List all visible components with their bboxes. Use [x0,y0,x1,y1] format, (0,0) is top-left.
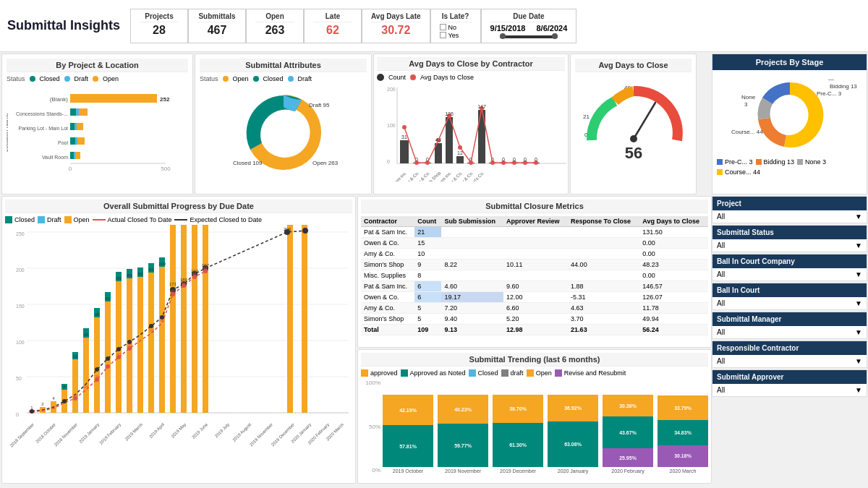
trend-bar-stack: 30.38%43.67%25.95% [603,395,653,467]
closure-cell [441,227,503,238]
is-late-no-row[interactable]: No [440,24,472,31]
legend-draft-dot [64,76,70,82]
legend-open-dot [93,76,98,82]
closure-cell: 5 [414,314,441,325]
filter-dropdown[interactable]: All▼ [712,268,867,281]
chevron-down-icon: ▼ [855,213,862,221]
filter-dropdown[interactable]: All▼ [712,355,867,367]
attr-legend: Status Open Closed Draft [200,75,367,82]
stage-donut-area: Bidding 13 — Pre-C... 3 Course... 44 Non… [712,70,867,157]
svg-text:2019 August: 2019 August [231,422,252,442]
is-late-yes-checkbox[interactable] [440,32,446,38]
closure-total-cell: 56.24 [639,325,708,335]
trending-legend-approved: approved [361,369,398,377]
donut-area: Draft 95 Closed 109 Open 263 [200,85,367,179]
svg-point-83 [630,135,637,142]
closure-cell: 3.70 [568,314,639,325]
svg-text:86: 86 [138,272,143,276]
app-title: Submittal Insights [7,18,130,33]
legend-closed-label: Closed [40,75,60,82]
contractor-avg-dot [410,74,416,80]
closure-row: Amy & Co.57.206.604.6311.78 [361,303,708,314]
svg-text:2018 October: 2018 October [35,422,56,444]
filter-label: Submittal Approver [712,370,867,384]
filter-dropdown[interactable]: All▼ [712,326,867,338]
legend-actual-line [93,219,106,221]
trend-segment: 34.83% [658,420,708,445]
stage-donut-svg: Bidding 13 — Pre-C... 3 Course... 44 Non… [721,70,859,157]
overall-progress-title: Overall Submittal Progress by Due Date [5,200,352,213]
location-legend: Status Closed Draft Open [7,75,188,82]
trend-bot-segment: 63.08% [548,421,598,467]
svg-text:41: 41 [171,289,176,294]
closure-cell: 6 [414,292,441,303]
svg-point-128 [62,399,67,403]
closure-cell: Owen & Co. [361,238,414,249]
kpi-open-label: Open [255,12,294,22]
svg-text:Pre-C... 3: Pre-C... 3 [817,90,842,97]
filter-dropdown[interactable]: All▼ [712,210,867,223]
svg-point-130 [106,356,110,361]
closure-cell: 126.07 [639,292,708,303]
filter-dropdown[interactable]: All▼ [712,384,867,396]
kpi-open: Open 263 [246,9,304,43]
svg-text:Course... 44: Course... 44 [731,129,763,135]
filters-section: ProjectAll▼Submittal StatusAll▼Ball In C… [712,196,867,487]
is-late-no-checkbox[interactable] [440,24,446,30]
closure-row: Owen & Co.619.1712.00-5.31126.07 [361,292,708,303]
svg-rect-17 [70,152,74,159]
closure-cell [441,249,503,260]
right-bottom-stack: Submittal Closure Metrics Contractor Cou… [357,196,712,484]
closure-cell: 11.78 [639,303,708,314]
filter-label: Submittal Status [712,226,867,239]
contractor-avg-label: Avg Days to Close [420,74,474,81]
closure-row: Pat & Sam Inc.21131.50 [361,227,708,238]
svg-rect-52 [478,110,485,163]
closure-cell: 15 [414,238,441,249]
filter-dropdown[interactable]: All▼ [712,239,867,252]
trending-title: Submittal Trending (last 6 months) [361,353,708,367]
svg-text:2018 September: 2018 September [9,422,35,448]
closure-cell: Simon's Shop [361,314,414,325]
closure-cell: 10 [414,249,441,260]
closure-total-cell: 109 [414,325,441,335]
closure-table-scroll[interactable]: Contractor Count Sub Submission Approver… [361,216,708,335]
svg-text:2019 November: 2019 November [249,422,273,447]
attr-draft-dot [288,76,294,82]
due-date-slider[interactable] [500,35,558,38]
kpi-submittals-label: Submittals [197,12,237,22]
legend-draft-label: Draft [75,75,89,82]
filter-panel: Ball In CourtAll▼ [712,283,867,310]
is-late-yes-row[interactable]: Yes [440,32,472,39]
col-contractor: Contractor [361,216,414,227]
closure-total-cell: 21.63 [568,325,639,335]
svg-rect-9 [70,123,75,130]
closure-cell [503,227,568,238]
trend-segment: 43.67% [603,416,653,448]
svg-text:(Blank): (Blank) [50,96,69,103]
filter-dropdown[interactable]: All▼ [712,297,867,309]
kpi-projects-value: 28 [140,24,179,37]
svg-point-161 [106,364,110,369]
filter-label: Responsible Contractor [712,341,867,355]
closure-cell: -5.31 [568,292,639,303]
trend-bar-stack: 36.92%63.08% [548,395,598,467]
by-project-location-panel: By Project & Location Status Closed Draf… [1,53,193,194]
svg-text:2018 November: 2018 November [54,422,78,447]
svg-text:200: 200 [16,267,25,273]
svg-text:40: 40 [116,352,122,356]
svg-text:500: 500 [161,166,171,172]
svg-text:150: 150 [16,304,25,309]
closure-cell: 146.57 [639,281,708,292]
closure-row: Owen & Co.150.00 [361,238,708,249]
svg-rect-13 [70,137,75,145]
closure-cell: 0.00 [639,249,708,260]
svg-text:100: 100 [387,123,396,128]
trending-legend-draft: draft [501,369,524,377]
svg-text:39: 39 [149,328,154,333]
svg-text:41: 41 [203,266,208,270]
closure-cell: Amy & Co. [361,249,414,260]
svg-text:80: 80 [116,276,122,281]
progress-legend: Closed Draft Open Actual Closed To [5,216,352,223]
legend-closed-sq [5,216,12,223]
